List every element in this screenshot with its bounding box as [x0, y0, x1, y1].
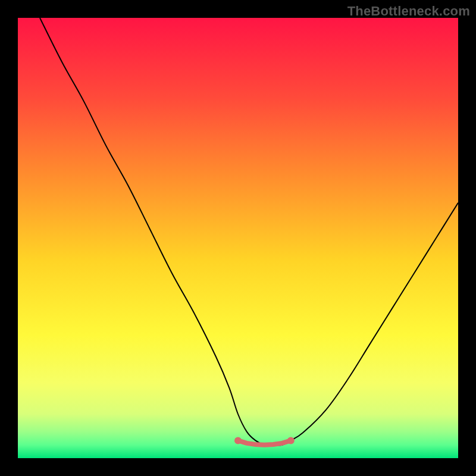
flat-zone-end-dot — [234, 437, 242, 444]
watermark-text: TheBottleneck.com — [347, 4, 470, 19]
gradient-background — [18, 18, 458, 458]
chart-stage: TheBottleneck.com — [0, 0, 476, 476]
flat-zone-end-dot — [287, 437, 295, 444]
bottleneck-plot — [18, 18, 458, 458]
